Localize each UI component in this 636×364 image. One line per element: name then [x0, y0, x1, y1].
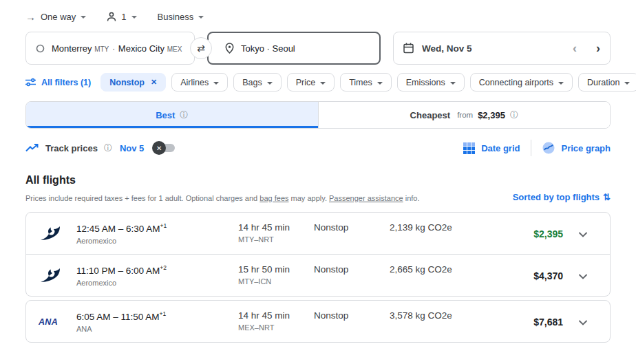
cabin-class-dropdown[interactable]: Business	[158, 12, 204, 22]
times-cell: 11:10 PM – 6:00 AM+2 Aeromexico	[76, 264, 238, 287]
stops-cell: Nonstop	[314, 310, 390, 321]
destination-field[interactable]: Tokyo · Seoul	[207, 32, 381, 65]
filter-chip-bags[interactable]: Bags	[233, 73, 282, 92]
duration-cell: 14 hr 45 min MEX–NRT	[238, 310, 314, 332]
all-filters-label: All filters (1)	[41, 78, 91, 87]
filter-chip-airlines[interactable]: Airlines	[171, 73, 228, 92]
toggle-off-icon: ✕	[156, 144, 162, 152]
price: $2,395	[533, 228, 563, 239]
filter-chip-emissions[interactable]: Emissions	[397, 73, 465, 92]
flight-row[interactable]: 11:10 PM – 6:00 AM+2 Aeromexico 15 hr 50…	[26, 255, 610, 296]
close-icon[interactable]: ✕	[151, 78, 157, 87]
filter-chip-connecting-airports[interactable]: Connecting airports	[470, 73, 573, 92]
chip-label: Price	[296, 78, 315, 87]
passengers-dropdown[interactable]: 1	[107, 12, 136, 22]
date-grid-button[interactable]: Date grid	[463, 142, 520, 154]
plus-days: +2	[160, 264, 167, 271]
person-icon	[107, 12, 116, 22]
plus-days: +1	[160, 310, 167, 317]
price-graph-button[interactable]: Price graph	[542, 142, 611, 154]
passenger-count: 1	[121, 12, 126, 22]
price: $4,370	[533, 270, 563, 281]
expand-flight-button[interactable]	[575, 312, 591, 332]
trip-type-dropdown[interactable]: → One way	[25, 12, 86, 22]
next-date-button[interactable]: ›	[596, 42, 600, 54]
track-prices-row: Track prices ⓘ Nov 5 ✕ Date grid Price g…	[25, 140, 611, 156]
results-tabs: Best ⓘ Cheapest from $2,395 ⓘ	[25, 101, 611, 129]
track-prices-toggle[interactable]: ✕	[154, 144, 175, 152]
view-options-group: Date grid Price graph	[463, 140, 611, 156]
one-way-arrow-icon: →	[25, 12, 36, 22]
chevron-down-icon	[558, 82, 564, 85]
flight-row[interactable]: 12:45 AM – 6:30 AM+1 Aeromexico 14 hr 45…	[26, 213, 610, 254]
info-icon[interactable]: ⓘ	[510, 111, 518, 119]
bag-fees-link[interactable]: bag fees	[259, 194, 288, 202]
search-options-bar: → One way 1 Business	[25, 7, 611, 26]
aeromexico-logo-icon	[39, 268, 76, 284]
chip-label: Connecting airports	[479, 78, 553, 87]
filter-chip-nonstop[interactable]: Nonstop ✕	[100, 73, 166, 92]
chip-label: Emissions	[406, 78, 445, 87]
origin-field[interactable]: Monterrey MTY · Mexico City MEX	[25, 32, 195, 65]
swap-origin-destination-button[interactable]: ⇄	[190, 37, 212, 59]
date-field[interactable]: Wed, Nov 5 ‹ ›	[393, 32, 611, 65]
calendar-icon	[403, 43, 414, 54]
chip-label: Bags	[242, 78, 262, 87]
passenger-assistance-link[interactable]: Passenger assistance	[329, 194, 403, 202]
price-graph-icon	[542, 142, 555, 154]
date-value: Wed, Nov 5	[422, 43, 472, 54]
chevron-down-icon	[198, 16, 204, 19]
info-icon[interactable]: ⓘ	[104, 144, 112, 152]
sorted-by-label: Sorted by top flights	[513, 192, 600, 202]
previous-date-button[interactable]: ‹	[573, 42, 577, 54]
filter-chip-price[interactable]: Price	[287, 73, 335, 92]
tab-cheapest[interactable]: Cheapest from $2,395 ⓘ	[318, 102, 611, 128]
filter-chip-duration[interactable]: Duration	[578, 73, 636, 92]
duration-cell: 15 hr 50 min MTY–ICN	[238, 264, 314, 286]
all-filters-button[interactable]: All filters (1)	[25, 78, 95, 87]
chevron-down-icon	[450, 82, 456, 85]
search-controls: Monterrey MTY · Mexico City MEX ⇄ Tokyo …	[25, 32, 611, 65]
track-prices-date[interactable]: Nov 5	[120, 143, 144, 153]
chevron-down-icon	[579, 274, 587, 279]
track-prices-group: Track prices ⓘ Nov 5 ✕	[25, 143, 175, 153]
route: MTY–ICN	[238, 277, 314, 286]
chevron-down-icon	[320, 82, 326, 85]
airline-name: Aeromexico	[76, 279, 238, 287]
sort-order-button[interactable]: Sorted by top flights ⇅	[513, 192, 611, 202]
plus-days: +1	[160, 222, 167, 229]
stops-cell: Nonstop	[314, 222, 390, 233]
results-subheader: Prices include required taxes + fees for…	[25, 192, 611, 202]
track-prices-label: Track prices	[45, 143, 98, 153]
all-flights-heading: All flights	[25, 174, 611, 186]
expand-flight-button[interactable]	[575, 266, 591, 286]
airline-name: Aeromexico	[76, 237, 238, 245]
airline-name: ANA	[76, 325, 238, 333]
toggle-thumb: ✕	[152, 141, 166, 155]
stops-cell: Nonstop	[314, 264, 390, 275]
expand-flight-button[interactable]	[575, 224, 591, 244]
chevron-down-icon	[267, 82, 273, 85]
info-icon[interactable]: ⓘ	[180, 111, 188, 119]
chevron-down-icon	[131, 16, 137, 19]
origin-value: Monterrey MTY · Mexico City MEX	[52, 43, 182, 54]
destination-value: Tokyo · Seoul	[241, 43, 295, 54]
vertical-divider	[531, 140, 531, 156]
price-disclaimer: Prices include required taxes + fees for…	[25, 194, 419, 202]
chevron-down-icon	[377, 82, 383, 85]
flight-card: ANA 6:05 AM – 11:50 AM+1 ANA 14 hr 45 mi…	[25, 300, 611, 343]
emissions-cell: 2,139 kg CO2e	[390, 222, 510, 233]
cabin-class-label: Business	[158, 12, 194, 22]
filter-chip-times[interactable]: Times	[340, 73, 392, 92]
aeromexico-logo-icon	[39, 226, 76, 242]
tab-best[interactable]: Best ⓘ	[26, 102, 318, 128]
route: MTY–NRT	[238, 235, 314, 244]
date-grid-icon	[463, 142, 475, 154]
chevron-down-icon	[624, 82, 630, 85]
swap-icon: ⇄	[197, 43, 205, 54]
chevron-down-icon	[213, 82, 219, 85]
tab-cheapest-label: Cheapest	[410, 110, 451, 120]
chip-label: Nonstop	[109, 78, 145, 87]
flight-row[interactable]: ANA 6:05 AM – 11:50 AM+1 ANA 14 hr 45 mi…	[26, 301, 610, 342]
emissions-cell: 2,665 kg CO2e	[390, 264, 510, 275]
